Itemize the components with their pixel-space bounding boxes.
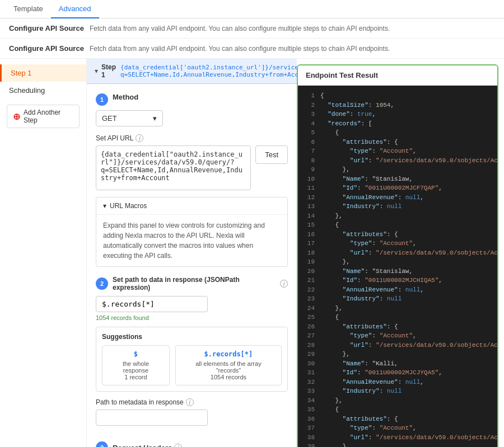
tab-advanced[interactable]: Advanced <box>51 0 99 18</box>
line-content: "type": "Account", <box>320 147 417 156</box>
method-select[interactable]: GET ▾ <box>96 110 163 126</box>
code-line: 28 "url": "/services/data/v59.0/sobjects… <box>304 341 492 350</box>
code-line: 27 "type": "Account", <box>304 331 492 341</box>
url-macros-label: URL Macros <box>110 202 147 210</box>
config-header-1-title: Configure API Source <box>9 24 84 32</box>
add-icon: ⊕ <box>13 111 20 122</box>
tab-template[interactable]: Template <box>6 0 51 18</box>
code-line: 17 "type": "Account", <box>304 239 492 248</box>
url-macros-body: Expand this panel to view controls for c… <box>96 214 287 266</box>
line-number: 16 <box>304 230 315 239</box>
suggestion-desc-1: the whole response <box>109 360 162 374</box>
code-line: 29 }, <box>304 350 492 359</box>
dropdown-icon: ▾ <box>153 114 157 123</box>
suggestions-box: Suggestions $ the whole response 1 recor… <box>96 327 288 392</box>
code-line: 1{ <box>304 91 492 101</box>
section3-label: Request Headers <box>113 444 172 448</box>
line-number: 25 <box>304 313 315 322</box>
line-content: { <box>320 313 339 322</box>
suggestion-code-2: $.records[*] <box>183 350 274 358</box>
line-content: "attributes": { <box>320 322 398 332</box>
line-number: 12 <box>304 193 315 203</box>
code-line: 31 "Id": "0011U00002MJCJYQA5", <box>304 368 492 378</box>
line-number: 18 <box>304 248 315 258</box>
api-url-label-text: Set API URL <box>96 134 133 142</box>
line-number: 23 <box>304 294 315 304</box>
api-url-input[interactable]: {data_credential["oauth2.instance_url"]}… <box>96 145 251 190</box>
api-url-label: Set API URL i <box>96 134 288 142</box>
sidebar-item-scheduling[interactable]: Scheduling <box>0 82 86 99</box>
line-content: { <box>320 405 339 415</box>
method-label: Method <box>113 93 138 101</box>
url-macros-header[interactable]: ▾ URL Macros <box>96 197 287 214</box>
line-content: { <box>320 128 339 138</box>
metadata-input[interactable] <box>96 410 208 426</box>
sidebar-item-step1[interactable]: Step 1 <box>0 64 86 82</box>
line-number: 10 <box>304 175 315 184</box>
code-line: 23 "Industry": null <box>304 294 492 304</box>
suggestion-item-records[interactable]: $.records[*] all elements of the array "… <box>175 345 282 385</box>
line-number: 30 <box>304 359 315 369</box>
section2-info-icon: i <box>280 280 288 288</box>
code-line: 6 "attributes": { <box>304 138 492 147</box>
step-url: {data_credential['oauth2.instance_url']}… <box>120 64 297 78</box>
code-line: 22 "AnnualRevenue": null, <box>304 285 492 295</box>
step-num-1: 1 <box>96 93 108 106</box>
line-number: 28 <box>304 341 315 350</box>
config-header-2: Configure API Source Fetch data from any… <box>0 39 504 59</box>
line-number: 24 <box>304 304 315 313</box>
code-line: 39 }, <box>304 442 492 447</box>
code-line: 21 "Id": "0011U00002MJCHIQA5", <box>304 276 492 285</box>
chevron-down-icon: ▾ <box>95 67 98 75</box>
code-line: 35 { <box>304 405 492 415</box>
code-line: 14 }, <box>304 211 492 221</box>
line-number: 15 <box>304 220 315 230</box>
suggestion-count-2: 1054 records <box>183 374 274 380</box>
line-content: "Id": "0011U00002MJCF7QAP", <box>320 183 442 193</box>
metadata-label: Path to metadata in response i <box>96 398 288 406</box>
line-content: "Name": "Stanislaw, <box>320 175 413 184</box>
metadata-info-icon: i <box>186 398 194 406</box>
line-content: "Name": "Kalli, <box>320 359 398 369</box>
code-line: 11 "Id": "0011U00002MJCF7QAP", <box>304 183 492 193</box>
line-number: 9 <box>304 165 315 175</box>
step-label: Step 1 <box>101 63 116 79</box>
line-content: "Id": "0011U00002MJCJYQA5", <box>320 368 442 378</box>
line-content: "attributes": { <box>320 138 398 147</box>
url-macros: ▾ URL Macros Expand this panel to view c… <box>96 197 288 267</box>
add-another-step-button[interactable]: ⊕ Add Another Step <box>7 105 80 128</box>
step-num-3: 3 <box>96 441 108 447</box>
code-line: 10 "Name": "Stanislaw, <box>304 175 492 184</box>
code-line: 8 "url": "/services/data/v59.0/sobjects/… <box>304 156 492 166</box>
sidebar: Step 1 Scheduling ⊕ Add Another Step <box>0 59 87 447</box>
line-content: "totalSize": 1054, <box>320 101 394 110</box>
suggestion-item-whole[interactable]: $ the whole response 1 record <box>102 345 170 385</box>
line-content: "done": true, <box>320 110 376 119</box>
line-content: "Industry": null <box>320 387 402 396</box>
suggestion-desc-2: all elements of the array "records" <box>183 360 274 374</box>
line-number: 38 <box>304 433 315 443</box>
section2-label: Set path to data in response (JSONPath e… <box>113 276 278 291</box>
line-content: { <box>320 220 339 230</box>
line-content: "Industry": null <box>320 202 402 211</box>
step-num-2: 2 <box>96 277 108 290</box>
content-with-panel: ▾ Step 1 {data_credential['oauth2.instan… <box>87 59 504 447</box>
line-number: 34 <box>304 396 315 406</box>
code-line: 9 }, <box>304 165 492 175</box>
code-line: 32 "AnnualRevenue": null, <box>304 378 492 387</box>
suggestion-count-1: 1 record <box>109 374 162 380</box>
code-line: 2 "totalSize": 1054, <box>304 101 492 110</box>
line-number: 11 <box>304 183 315 193</box>
suggestions-row: $ the whole response 1 record $.records[… <box>102 345 282 385</box>
jsonpath-input[interactable] <box>96 296 208 312</box>
method-value: GET <box>102 114 117 123</box>
code-line: 25 { <box>304 313 492 322</box>
line-number: 31 <box>304 368 315 378</box>
line-content: }, <box>320 304 343 313</box>
step-header[interactable]: ▾ Step 1 {data_credential['oauth2.instan… <box>87 59 297 84</box>
code-line: 19 }, <box>304 257 492 267</box>
code-line: 36 "attributes": { <box>304 415 492 424</box>
code-line: 20 "Name": "Stanislaw, <box>304 267 492 276</box>
method-section: 1 Method <box>96 93 288 106</box>
test-button[interactable]: Test <box>255 145 288 164</box>
